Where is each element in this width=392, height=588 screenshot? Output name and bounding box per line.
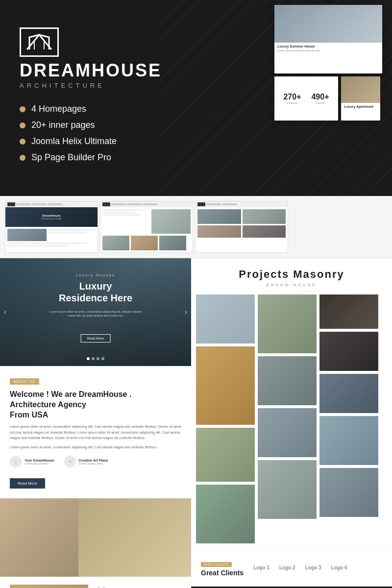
right-column: Projects Masonry DREAM HOUSE <box>191 258 392 588</box>
feature-item-3: Joomla Helix Ultimate <box>20 136 162 147</box>
masonry-img-house5[interactable] <box>196 485 255 543</box>
clients-section: OUR CLIENTS Great Clients Logo 1 Logo 2 … <box>191 548 392 587</box>
main-content: Luxury Houses LuxuryResidence Here Lorem… <box>0 258 392 588</box>
masonry-grid <box>191 294 392 548</box>
preview-img <box>274 5 382 43</box>
template-preview-3 <box>195 201 288 253</box>
project-number-1: 01 <box>96 585 181 588</box>
masonry-column-1 <box>196 294 255 543</box>
bullet-icon <box>20 106 25 112</box>
masonry-img-rings[interactable] <box>319 332 378 371</box>
masonry-img-arch2[interactable] <box>319 374 378 413</box>
masonry-img-staircase[interactable] <box>196 346 255 425</box>
masonry-img-arch-dark[interactable] <box>319 294 378 329</box>
slider-dot-2[interactable] <box>92 357 95 360</box>
brand-area: DREAMHOUSE ARCHITECTURE 4 Homepages 20+ … <box>20 27 162 169</box>
about-heading: Welcome ! We are DreamHouse .Architectur… <box>10 390 181 420</box>
bullet-icon <box>20 139 25 145</box>
icon-sub-1: Lorem ipsum dolor <box>24 462 54 465</box>
preview-text: Luxury Summer House Lorem ipsum preview … <box>274 43 382 54</box>
project-image-1 <box>10 585 88 588</box>
left-column: Luxury Houses LuxuryResidence Here Lorem… <box>0 258 191 588</box>
about-badge: ABOUT US <box>10 378 39 385</box>
bullet-icon <box>20 122 25 128</box>
features-list: 4 Homepages 20+ inner pages Joomla Helix… <box>20 104 162 163</box>
slider-prev-arrow[interactable]: ‹ <box>4 308 6 317</box>
masonry-img-modern[interactable] <box>258 356 317 405</box>
brand-name: DREAMHOUSE <box>20 62 162 79</box>
brand-subtitle: ARCHITECTURE <box>20 82 162 89</box>
preview-card-large: Luxury Summer House Lorem ipsum preview … <box>274 5 382 74</box>
templates-strip: DreamHouse Architecture Studio <box>0 196 392 258</box>
slider-read-more-button[interactable]: Read More <box>81 334 111 343</box>
slider-dot-1[interactable] <box>87 357 90 360</box>
template-preview-1: DreamHouse Architecture Studio <box>5 201 98 253</box>
about-icons: ⌂ Your DreamHouse Lorem ipsum dolor ✎ Cr… <box>10 456 181 467</box>
masonry-img-house4[interactable] <box>196 428 255 482</box>
about-section: ABOUT US Welcome ! We are DreamHouse .Ar… <box>0 366 191 498</box>
logo-icon <box>20 27 59 57</box>
preview-cards: Luxury Summer House Lorem ipsum preview … <box>274 5 382 121</box>
clients-logos: Logo 1 Logo 2 Logo 3 Logo 4 <box>253 565 382 570</box>
hero-section: DREAMHOUSE ARCHITECTURE 4 Homepages 20+ … <box>0 0 392 196</box>
logo-svg <box>24 32 54 52</box>
masonry-img-house3[interactable] <box>258 460 317 519</box>
about-text-1: Lorem ipsum dolor sit amet, consectetur … <box>10 424 181 441</box>
slider-section: Luxury Houses LuxuryResidence Here Lorem… <box>0 258 191 366</box>
bullet-icon <box>20 155 25 161</box>
about-read-more-button[interactable]: Read More <box>10 478 45 489</box>
masonry-img-house1[interactable] <box>258 294 317 353</box>
feature-item-4: Sp Page Builder Pro <box>20 152 162 163</box>
slider-dot-3[interactable] <box>97 357 99 360</box>
about-image-detail <box>78 498 191 577</box>
feature-item-1: 4 Homepages <box>20 104 162 114</box>
masonry-subtitle: DREAM HOUSE <box>201 283 382 287</box>
slider-text: Lorem ipsum dolor sit amet, consectetur … <box>47 310 145 318</box>
pencil-icon: ✎ <box>64 456 76 467</box>
client-logo-4: Logo 4 <box>331 565 347 570</box>
about-icon-dreamhouse: ⌂ Your DreamHouse Lorem ipsum dolor <box>10 456 54 467</box>
masonry-header: Projects Masonry DREAM HOUSE <box>191 258 392 294</box>
masonry-column-2 <box>258 294 317 543</box>
about-image-left <box>0 498 78 577</box>
slider-dots <box>87 357 104 360</box>
client-logo-3: Logo 3 <box>305 565 321 570</box>
client-logo-1: Logo 1 <box>253 565 270 570</box>
preview-row: 270+ Projects 490+ Clients Luxury Apartm… <box>274 76 382 121</box>
client-logo-2: Logo 2 <box>279 565 295 570</box>
masonry-column-3 <box>319 294 378 543</box>
icon-sub-2: Lorem ipsum dolor <box>79 462 108 465</box>
masonry-img-capitol[interactable] <box>196 294 255 343</box>
masonry-title: Projects Masonry <box>201 268 382 281</box>
clients-badge: OUR CLIENTS <box>201 562 232 567</box>
house-icon: ⌂ <box>10 456 22 467</box>
clients-badge-area: OUR CLIENTS Great Clients <box>201 559 244 577</box>
masonry-img-house6[interactable] <box>319 416 378 465</box>
slider-heading: LuxuryResidence Here <box>59 280 132 304</box>
about-image-section <box>0 498 191 577</box>
project-info-1: 01 Luxury SummerHouse Lorem ipsum dolor … <box>96 585 181 588</box>
about-icon-creative: ✎ Creative Art Plans Lorem ipsum dolor <box>64 456 108 467</box>
slider-overlay: Luxury Houses LuxuryResidence Here Lorem… <box>0 258 191 366</box>
about-text-2: Lorem ipsum dolor sit amet, consectetur … <box>10 444 181 450</box>
clients-heading: Great Clients <box>201 569 244 577</box>
slider-label: Luxury Houses <box>76 273 115 277</box>
icon-label-1: Your DreamHouse <box>24 459 54 462</box>
icon-label-2: Creative Art Plans <box>79 459 108 462</box>
slider-dot-4[interactable] <box>101 357 104 360</box>
preview-card-stats: 270+ Projects 490+ Clients <box>274 76 338 121</box>
masonry-img-extra[interactable] <box>319 468 378 517</box>
feature-item-2: 20+ inner pages <box>20 120 162 130</box>
masonry-img-house2[interactable] <box>258 408 317 457</box>
project-item-1: 01 Luxury SummerHouse Lorem ipsum dolor … <box>0 577 191 588</box>
template-preview-2 <box>100 201 193 253</box>
preview-card-house: Luxury Apartment <box>341 76 380 121</box>
slider-next-arrow[interactable]: › <box>185 308 187 317</box>
logo-container: DREAMHOUSE ARCHITECTURE 4 Homepages 20+ … <box>20 27 162 163</box>
